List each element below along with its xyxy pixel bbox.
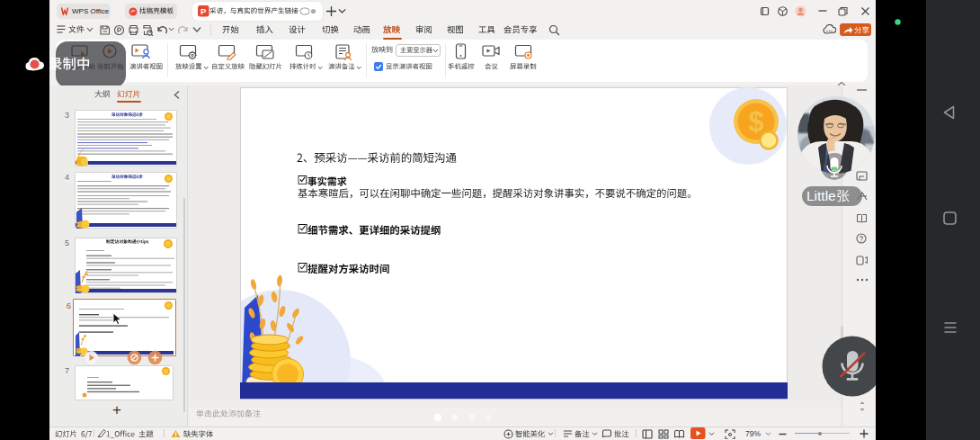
svg-text:$: $ — [748, 106, 763, 138]
svg-text:P: P — [200, 6, 207, 16]
